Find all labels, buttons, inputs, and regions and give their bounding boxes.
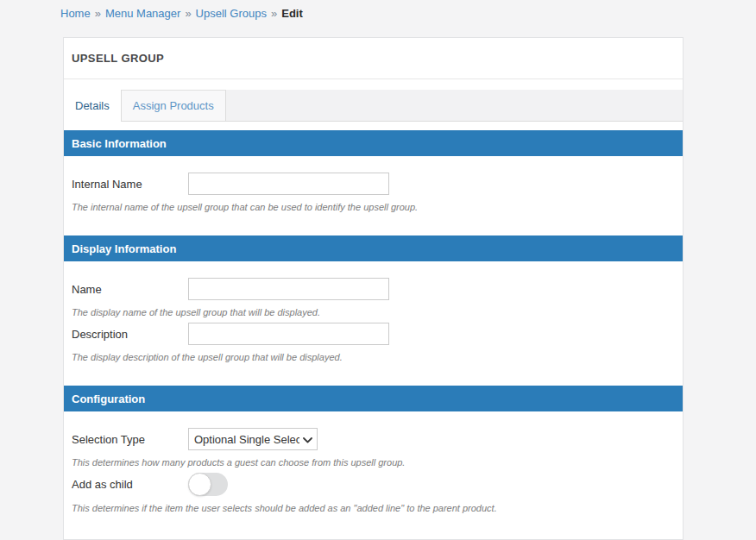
breadcrumb-link-upsell-groups[interactable]: Upsell Groups bbox=[196, 7, 267, 20]
name-label: Name bbox=[72, 283, 188, 296]
add-as-child-help-text: This determines if the item the user sel… bbox=[72, 503, 683, 514]
add-as-child-row: Add as child bbox=[72, 473, 683, 496]
selection-type-label: Selection Type bbox=[72, 433, 188, 446]
internal-name-field[interactable] bbox=[188, 173, 389, 195]
description-label: Description bbox=[72, 328, 188, 341]
selection-type-select[interactable]: Optional Single Selection bbox=[189, 429, 317, 449]
selection-type-help-text: This determines how many products a gues… bbox=[72, 457, 683, 468]
internal-name-label: Internal Name bbox=[72, 178, 188, 191]
selection-type-row: Selection Type Optional Single Selection bbox=[72, 428, 683, 450]
name-help-text: The display name of the upsell group tha… bbox=[72, 307, 683, 318]
section-configuration: Configuration Selection Type Optional Si… bbox=[64, 386, 683, 514]
breadcrumb-separator: » bbox=[95, 7, 101, 20]
tab-details[interactable]: Details bbox=[64, 90, 122, 122]
description-row: Description bbox=[72, 323, 683, 345]
toggle-knob bbox=[188, 473, 211, 496]
tab-assign-products[interactable]: Assign Products bbox=[122, 90, 226, 121]
breadcrumb-separator: » bbox=[185, 7, 191, 20]
page-title: UPSELL GROUP bbox=[72, 52, 164, 65]
internal-name-row: Internal Name bbox=[72, 173, 683, 195]
description-help-text: The display description of the upsell gr… bbox=[72, 352, 683, 363]
internal-name-help-text: The internal name of the upsell group th… bbox=[72, 202, 683, 213]
breadcrumb-link-menu-manager[interactable]: Menu Manager bbox=[105, 7, 180, 20]
section-title: Display Information bbox=[72, 242, 176, 255]
add-as-child-label: Add as child bbox=[72, 478, 188, 491]
section-title: Configuration bbox=[72, 392, 145, 405]
add-as-child-toggle[interactable] bbox=[188, 473, 228, 496]
name-field[interactable] bbox=[188, 278, 389, 300]
section-header-configuration: Configuration bbox=[64, 386, 683, 411]
section-title: Basic Information bbox=[72, 137, 167, 150]
description-field[interactable] bbox=[188, 323, 389, 345]
breadcrumb-current-page: Edit bbox=[281, 7, 303, 20]
selection-type-select-wrap: Optional Single Selection bbox=[188, 428, 318, 450]
section-header-display-information: Display Information bbox=[64, 235, 683, 261]
breadcrumb-separator: » bbox=[271, 7, 277, 20]
section-display-information: Display Information Name The display nam… bbox=[64, 235, 683, 363]
name-row: Name bbox=[72, 278, 683, 300]
tab-strip: Details Assign Products bbox=[64, 90, 683, 122]
section-basic-information: Basic Information Internal Name The inte… bbox=[64, 130, 683, 213]
tab-assign-products-label: Assign Products bbox=[133, 99, 214, 112]
upsell-group-card: UPSELL GROUP Details Assign Products Bas… bbox=[63, 37, 684, 540]
breadcrumb-link-home[interactable]: Home bbox=[60, 7, 91, 20]
card-header: UPSELL GROUP bbox=[64, 38, 683, 79]
breadcrumb: Home»Menu Manager»Upsell Groups»Edit bbox=[0, 0, 756, 37]
section-header-basic-information: Basic Information bbox=[64, 130, 683, 156]
tab-details-label: Details bbox=[75, 99, 110, 112]
